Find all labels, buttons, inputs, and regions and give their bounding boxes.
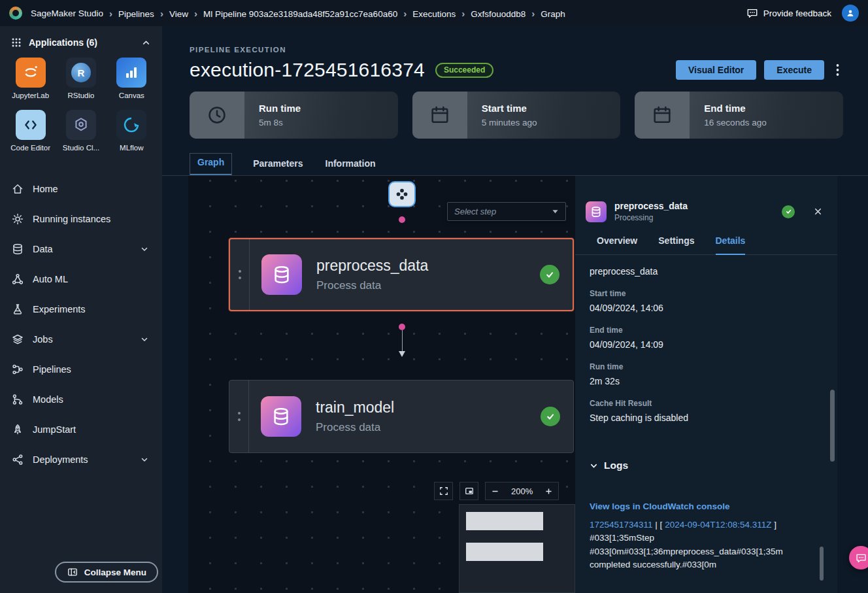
overflow-menu-button[interactable] — [832, 62, 843, 78]
sidebar-item-models[interactable]: Models — [0, 384, 162, 415]
zoom-in-button[interactable] — [539, 482, 558, 500]
sidebar-item-label: Auto ML — [33, 274, 68, 284]
app-tile-canvas[interactable]: Canvas — [107, 58, 157, 99]
app-tile-label: Canvas — [119, 92, 144, 99]
execute-button[interactable]: Execute — [764, 60, 824, 80]
app-tile-mlflow[interactable]: MLflow — [107, 110, 157, 152]
minimap-node-rect — [466, 543, 543, 561]
chevron-up-icon[interactable] — [140, 37, 152, 48]
log-entry: 1725451734311 | [ 2024-09-04T12:08:54.31… — [590, 518, 818, 571]
panel-body: preprocess_data Start time 04/09/2024, 1… — [575, 255, 837, 571]
step-detail-panel: preprocess_data Processing Overview Sett… — [575, 176, 837, 593]
sagemaker-logo-icon — [9, 7, 22, 20]
tab-information[interactable]: Information — [324, 154, 377, 175]
provide-feedback-button[interactable]: Provide feedback — [746, 7, 831, 19]
panel-tab-settings[interactable]: Settings — [658, 235, 694, 254]
node-subtitle: Process data — [316, 421, 394, 434]
app-tile-rstudio[interactable]: R RStudio — [56, 58, 106, 99]
sidebar-item-jobs[interactable]: Jobs — [0, 324, 162, 354]
pipeline-graph-canvas[interactable]: Select step preprocess_data Process data — [188, 176, 575, 593]
jupyterlab-icon — [16, 58, 46, 88]
sidebar-item-deployments[interactable]: Deployments — [0, 445, 162, 475]
panel-tab-overview[interactable]: Overview — [597, 235, 637, 254]
clock-icon — [190, 92, 244, 139]
pipeline-glyph-icon — [395, 187, 409, 201]
field-label: End time — [590, 326, 818, 335]
edge-line — [402, 330, 403, 351]
breadcrumb-item-pipeline-id[interactable]: Ml Pipeline 903a2e3189ada48f52a91cc7ea60… — [190, 8, 399, 19]
chevron-down-icon — [139, 333, 150, 345]
node-status-succeeded — [540, 265, 559, 284]
edge-source-dot — [399, 324, 405, 330]
app-tile-label: MLflow — [120, 144, 143, 152]
node-drag-handle[interactable] — [229, 381, 249, 452]
breadcrumb-item-execution-id[interactable]: Gxfsfouoddb8 — [458, 8, 527, 19]
app-tile-code-editor[interactable]: Code Editor — [5, 110, 56, 152]
visual-editor-button[interactable]: Visual Editor — [676, 60, 756, 80]
node-status-succeeded — [541, 407, 560, 426]
select-step-dropdown[interactable]: Select step — [447, 202, 566, 221]
canvas-toolbar: 200% — [434, 482, 559, 500]
app-tile-studio-classic[interactable]: Studio Cl... — [56, 110, 106, 152]
log-scrollbar[interactable] — [820, 547, 824, 581]
tab-graph[interactable]: Graph — [190, 153, 232, 175]
node-drag-handle[interactable] — [230, 239, 250, 310]
applications-section-header[interactable]: Applications (6) — [0, 26, 162, 56]
chevron-down-icon — [139, 243, 150, 255]
metric-label: End time — [704, 103, 766, 114]
breadcrumb-item-view[interactable]: View — [156, 8, 190, 19]
chat-feedback-fab[interactable] — [849, 546, 868, 569]
zoom-out-button[interactable] — [486, 482, 505, 500]
chat-bubble-icon — [856, 552, 867, 564]
tab-parameters[interactable]: Parameters — [252, 154, 304, 175]
fullscreen-button[interactable] — [434, 482, 453, 500]
collapse-panel-icon — [67, 566, 78, 578]
applications-header-label: Applications (6) — [29, 37, 97, 48]
check-circle-icon — [541, 407, 560, 426]
minus-icon — [491, 487, 499, 496]
log-timestamp-link[interactable]: 2024-09-04T12:08:54.311Z — [665, 520, 771, 530]
log-bracket: ] — [772, 520, 777, 530]
page-header: PIPELINE EXECUTION execution-17254516163… — [162, 26, 868, 81]
database-icon — [12, 243, 24, 255]
pipelines-icon — [12, 364, 24, 375]
sidebar-item-label: JumpStart — [33, 424, 76, 435]
sidebar-item-label: Models — [33, 394, 63, 405]
pipeline-start-node[interactable] — [388, 181, 416, 207]
detail-step-name-value: preprocess_data — [590, 266, 818, 277]
plus-icon — [544, 487, 553, 496]
breadcrumb-item-studio[interactable]: SageMaker Studio — [29, 8, 105, 18]
graph-node-train-model[interactable]: train_model Process data — [229, 380, 574, 453]
sidebar-item-auto-ml[interactable]: Auto ML — [0, 264, 162, 294]
breadcrumb-item-executions[interactable]: Executions — [399, 8, 458, 19]
close-icon — [813, 207, 823, 216]
breadcrumb-item-pipelines[interactable]: Pipelines — [105, 8, 156, 19]
sidebar-item-experiments[interactable]: Experiments — [0, 294, 162, 324]
sidebar-item-pipelines[interactable]: Pipelines — [0, 354, 162, 384]
log-separator: | [ — [653, 520, 665, 530]
node-port-dot — [399, 216, 405, 223]
log-entry-id-link[interactable]: 1725451734311 — [590, 520, 653, 530]
logs-section-toggle[interactable]: Logs — [590, 460, 818, 471]
person-icon — [845, 8, 856, 18]
graph-minimap[interactable] — [459, 504, 575, 593]
rstudio-icon: R — [66, 58, 96, 88]
panel-close-button[interactable] — [810, 204, 826, 219]
panel-scrollbar[interactable] — [830, 390, 835, 462]
fit-view-button[interactable] — [459, 482, 478, 500]
graph-node-preprocess-data[interactable]: preprocess_data Process data — [229, 238, 574, 311]
mlflow-icon — [116, 110, 146, 140]
app-tile-jupyterlab[interactable]: JupyterLab — [5, 58, 56, 99]
cloudwatch-logs-link[interactable]: View logs in CloudWatch console — [590, 501, 730, 511]
collapse-menu-button[interactable]: Collapse Menu — [55, 562, 158, 583]
logs-section-label: Logs — [604, 460, 628, 471]
user-avatar[interactable] — [842, 5, 859, 22]
sidebar-item-running-instances[interactable]: Running instances — [0, 204, 162, 234]
page-eyebrow: PIPELINE EXECUTION — [190, 46, 842, 54]
sidebar-item-home[interactable]: Home — [0, 174, 162, 204]
panel-tab-details[interactable]: Details — [716, 235, 746, 255]
metric-value: 16 seconds ago — [704, 118, 766, 127]
processing-step-icon — [261, 254, 302, 295]
sidebar-item-data[interactable]: Data — [0, 234, 162, 264]
sidebar-item-jumpstart[interactable]: JumpStart — [0, 415, 162, 445]
